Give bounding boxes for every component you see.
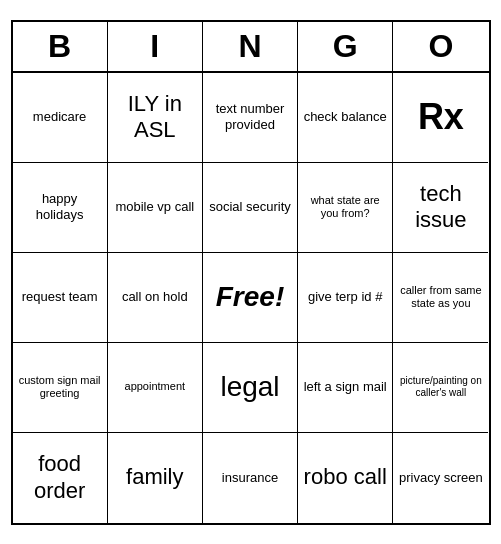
bingo-cell: medicare: [13, 73, 108, 163]
bingo-cell: Free!: [203, 253, 298, 343]
header-letter: I: [108, 22, 203, 71]
bingo-cell: custom sign mail greeting: [13, 343, 108, 433]
bingo-cell: family: [108, 433, 203, 523]
bingo-cell: Rx: [393, 73, 488, 163]
bingo-cell: robo call: [298, 433, 393, 523]
bingo-cell: picture/painting on caller's wall: [393, 343, 488, 433]
bingo-cell: left a sign mail: [298, 343, 393, 433]
header-letter: O: [393, 22, 488, 71]
bingo-grid: medicareILY in ASLtext number providedch…: [13, 73, 489, 523]
bingo-cell: mobile vp call: [108, 163, 203, 253]
bingo-cell: appointment: [108, 343, 203, 433]
bingo-cell: ILY in ASL: [108, 73, 203, 163]
bingo-cell: happy holidays: [13, 163, 108, 253]
bingo-cell: request team: [13, 253, 108, 343]
bingo-cell: social security: [203, 163, 298, 253]
bingo-cell: food order: [13, 433, 108, 523]
bingo-cell: legal: [203, 343, 298, 433]
bingo-cell: give terp id #: [298, 253, 393, 343]
header-letter: N: [203, 22, 298, 71]
bingo-cell: text number provided: [203, 73, 298, 163]
bingo-header: BINGO: [13, 22, 489, 73]
bingo-cell: what state are you from?: [298, 163, 393, 253]
header-letter: G: [298, 22, 393, 71]
bingo-cell: caller from same state as you: [393, 253, 488, 343]
bingo-cell: privacy screen: [393, 433, 488, 523]
bingo-cell: insurance: [203, 433, 298, 523]
bingo-cell: check balance: [298, 73, 393, 163]
bingo-card: BINGO medicareILY in ASLtext number prov…: [11, 20, 491, 525]
bingo-cell: call on hold: [108, 253, 203, 343]
bingo-cell: tech issue: [393, 163, 488, 253]
header-letter: B: [13, 22, 108, 71]
